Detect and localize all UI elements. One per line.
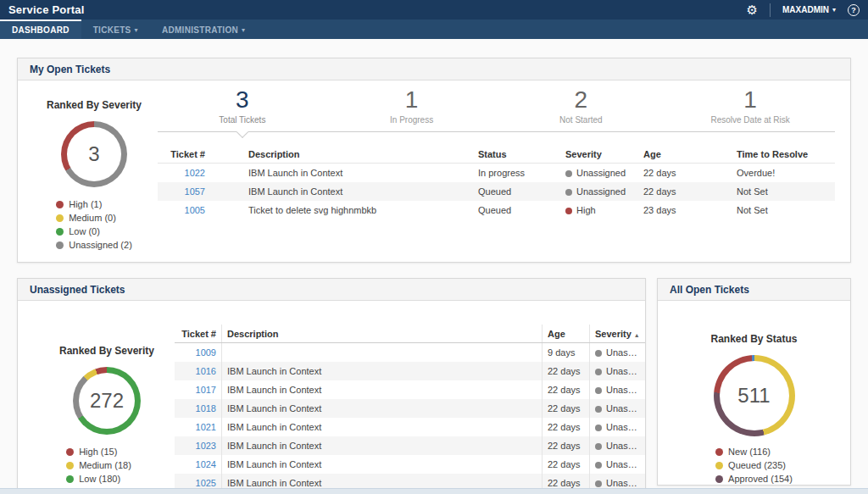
ticket-link[interactable]: 1021 [175, 418, 222, 436]
table-cell: IBM Launch in Context [210, 186, 473, 197]
user-menu[interactable]: MAXADMIN ▾ [782, 5, 836, 14]
nav-tab-administration[interactable]: ADMINISTRATION▾ [150, 19, 257, 39]
legend-label: New (116) [728, 447, 771, 457]
top-bar: Service Portal ⚙ MAXADMIN ▾ ? [0, 0, 868, 19]
legend-item: Low (180) [66, 474, 147, 484]
unassigned-tickets-table: Ticket #DescriptionAgeSeverity▲10099 day… [175, 325, 646, 491]
ticket-link[interactable]: 1024 [175, 455, 222, 474]
table-cell [222, 343, 542, 362]
severity-legend: High (15)Medium (18)Low (180)Unassigned … [66, 447, 147, 491]
stat-value: 1 [665, 87, 835, 114]
main-nav: DASHBOARDTICKETS▾ADMINISTRATION▾ [0, 19, 868, 39]
severity-cell: High [560, 205, 638, 215]
legend-label: Low (180) [79, 474, 120, 484]
table-cell: IBM Launch in Context [222, 399, 542, 418]
panel-header: All Open Tickets [658, 279, 850, 301]
ticket-link[interactable]: 1016 [175, 362, 222, 380]
stat-value: 3 [158, 87, 327, 114]
severity-label: Unassi... [606, 441, 643, 451]
panel-body: Ranked By Severity 3 High (1)Medium (0)L… [18, 80, 850, 263]
table-cell: Not Set [732, 186, 835, 197]
legend-item: Approved (154) [715, 474, 793, 484]
stat-label: Resolve Date at Risk [665, 115, 835, 125]
donut-total: 511 [720, 361, 789, 430]
stat-resolve-date-at-risk[interactable]: 1Resolve Date at Risk [665, 87, 835, 125]
column-header-ticket-: Ticket # [158, 149, 210, 159]
dashboard-page: My Open Tickets Ranked By Severity 3 Hig… [0, 39, 868, 494]
table-cell: In progress [473, 168, 560, 178]
ticket-link[interactable]: 1005 [158, 205, 210, 215]
table-cell: 22 days [542, 380, 590, 399]
severity-cell: Unassi... [590, 459, 646, 469]
stat-label: Total Tickets [158, 115, 327, 125]
legend-dot-icon [56, 214, 64, 222]
donut-total: 272 [79, 373, 135, 429]
table-row: 1005Ticket to delete svg highnmbkbQueued… [158, 201, 835, 219]
column-header-time-to-resolve: Time to Resolve [732, 149, 835, 159]
legend-dot-icon [56, 201, 64, 208]
help-icon[interactable]: ? [848, 4, 860, 16]
legend-dot-icon [715, 475, 723, 483]
severity-label: Unassi... [606, 422, 643, 432]
severity-cell: Unassi... [590, 403, 646, 414]
severity-cell: Unassi... [590, 347, 646, 358]
panel-header: Unassigned Tickets [18, 279, 645, 301]
table-row: 1022IBM Launch in ContextIn progressUnas… [158, 164, 835, 182]
chevron-down-icon: ▾ [832, 7, 836, 14]
nav-tab-label: DASHBOARD [12, 25, 70, 35]
table-row: 1057IBM Launch in ContextQueuedUnassigne… [158, 182, 835, 201]
severity-dot-icon [595, 369, 602, 375]
ticket-link[interactable]: 1009 [175, 343, 222, 362]
app-title: Service Portal [8, 3, 85, 16]
column-header-status: Status [473, 149, 560, 159]
severity-label: Unassi... [606, 366, 643, 376]
ticket-link[interactable]: 1018 [175, 399, 222, 418]
legend-dot-icon [715, 462, 723, 469]
legend-dot-icon [56, 228, 64, 236]
chart-title: Ranked By Severity [47, 99, 142, 111]
table-cell: Queued [473, 205, 560, 215]
table-row: 1018IBM Launch in Context22 daysUnassi..… [175, 399, 646, 418]
table-row: 1023IBM Launch in Context22 daysUnassi..… [175, 436, 646, 455]
nav-tab-tickets[interactable]: TICKETS▾ [81, 19, 150, 39]
gear-icon[interactable]: ⚙ [747, 3, 758, 16]
ticket-link[interactable]: 1022 [158, 168, 210, 178]
ticket-link[interactable]: 1023 [175, 436, 222, 455]
table-cell: IBM Launch in Context [222, 418, 542, 436]
topbar-actions: ⚙ MAXADMIN ▾ ? [747, 3, 860, 17]
stat-value: 1 [327, 87, 497, 114]
severity-legend: High (1)Medium (0)Low (0)Unassigned (2) [56, 199, 132, 250]
nav-tab-dashboard[interactable]: DASHBOARD [0, 19, 81, 39]
table-cell: 22 days [542, 455, 590, 474]
severity-cell: Unassi... [590, 385, 646, 395]
stat-not-started[interactable]: 2Not Started [497, 87, 666, 125]
legend-item: Unassigned (2) [56, 240, 132, 250]
ticket-link[interactable]: 1057 [158, 186, 210, 197]
table-cell: 22 days [638, 186, 732, 197]
column-header-age: Age [638, 149, 732, 159]
status-donut-chart: 511 [714, 355, 795, 436]
severity-dot-icon [595, 480, 602, 487]
panel-title: All Open Tickets [670, 284, 749, 296]
table-cell: IBM Launch in Context [222, 455, 542, 474]
ticket-link[interactable]: 1017 [175, 380, 222, 399]
table-row: 1016IBM Launch in Context22 daysUnassi..… [175, 362, 646, 380]
severity-cell: Unassi... [590, 422, 646, 432]
column-header-severity[interactable]: Severity▲ [590, 329, 646, 339]
stat-total-tickets[interactable]: 3Total Tickets [158, 87, 327, 125]
column-header-description: Description [210, 149, 473, 159]
nav-tab-label: ADMINISTRATION [162, 25, 238, 35]
table-header-row: Ticket #DescriptionAgeSeverity▲ [175, 325, 646, 343]
severity-dot-icon [595, 350, 602, 357]
severity-label: Unassi... [606, 459, 643, 469]
legend-dot-icon [56, 241, 64, 249]
legend-label: Low (0) [69, 226, 100, 236]
legend-label: Medium (0) [69, 213, 116, 223]
table-cell: IBM Launch in Context [222, 436, 542, 455]
chart-title: Ranked By Status [710, 333, 797, 345]
stat-in-progress[interactable]: 1In Progress [327, 87, 497, 125]
column-header-description: Description [222, 325, 542, 342]
table-cell: IBM Launch in Context [210, 168, 473, 178]
legend-item: High (15) [66, 447, 147, 457]
column-header-ticket-: Ticket # [175, 325, 222, 342]
